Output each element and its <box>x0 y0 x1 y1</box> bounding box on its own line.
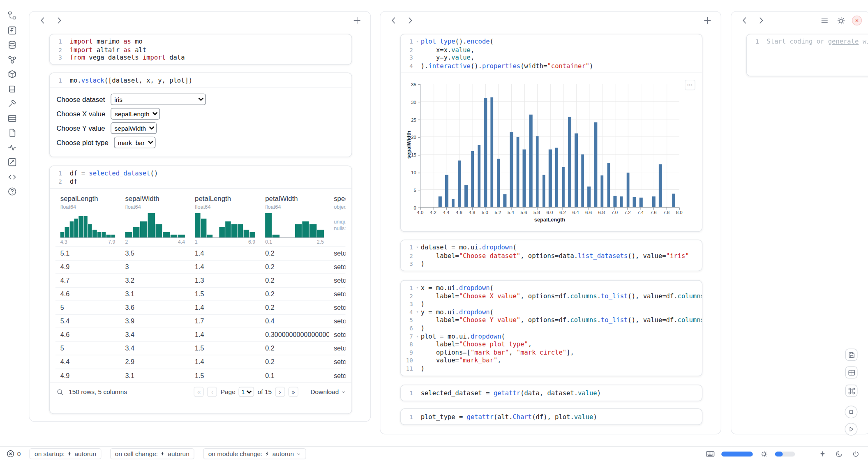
shutdown-icon[interactable] <box>850 448 861 459</box>
x-tick-label: 4.2 <box>430 210 436 215</box>
download-button[interactable]: Download <box>310 389 346 395</box>
fold-toggle-icon[interactable]: ▾ <box>414 332 421 341</box>
sidebar-item-functions[interactable] <box>5 27 18 36</box>
cell-dataset-dropdown[interactable]: 1▾dataset = mo.ui.dropdown(2 label="Choo… <box>400 240 702 271</box>
chevron-right-icon[interactable] <box>756 15 767 26</box>
table-cell: 1.5 <box>190 341 260 355</box>
runtime-chip-on-startup[interactable]: on startup:autorun <box>30 448 101 459</box>
code-editor: 1▾x = mo.ui.dropdown(2 label="Choose X v… <box>401 281 702 376</box>
next-page-button[interactable]: › <box>275 387 285 397</box>
cell-new-empty[interactable]: 1 Start coding or generate with AI. <box>746 34 868 76</box>
chart-plot-area[interactable] <box>420 84 679 207</box>
column-header-species[interactable]: speciesobjectuniquenulls: <box>329 192 345 247</box>
cell-imports[interactable]: 1import marimo as mo2import altair as al… <box>49 34 352 65</box>
save-button[interactable] <box>845 349 858 361</box>
column-header-sepalLength[interactable]: sepalLengthfloat644.37.9 <box>55 192 120 247</box>
column-header-petalWidth[interactable]: petalWidthfloat640.12.5 <box>260 192 329 247</box>
column-header-sepalWidth[interactable]: sepalWidthfloat6424.4 <box>120 192 190 247</box>
editor-placeholder[interactable]: Start coding or generate with AI. <box>767 38 868 46</box>
outline-icon <box>8 114 17 125</box>
page-label: Page <box>221 389 235 395</box>
settings-gear-icon[interactable] <box>836 15 847 26</box>
chart-bar <box>536 136 539 207</box>
code-line: 3 y=y.value, <box>401 54 702 62</box>
chevron-left-icon[interactable] <box>739 15 750 26</box>
sidebar-item-tools[interactable] <box>5 100 18 109</box>
layout-grid-button[interactable] <box>845 366 858 379</box>
choose-dataset-select[interactable]: iris <box>111 94 206 105</box>
chevron-left-icon[interactable] <box>37 15 48 26</box>
sidebar-item-explorer[interactable] <box>5 12 18 21</box>
fold-toggle-icon[interactable]: ▾ <box>414 244 421 252</box>
choose-x-value-select[interactable]: sepalLength <box>111 108 160 120</box>
sidebar-item-outline[interactable] <box>5 115 18 124</box>
column-header-petalLength[interactable]: petalLengthfloat6416.9 <box>190 192 260 247</box>
fold-spacer <box>414 324 421 332</box>
x-tick-label: 7.8 <box>663 210 669 215</box>
add-cell-icon[interactable] <box>351 15 362 26</box>
code-line: 5 label="Choose Y value", options=df.col… <box>401 316 702 325</box>
cell-xy-plot-dropdowns[interactable]: 1▾x = mo.ui.dropdown(2 label="Choose X v… <box>400 280 702 376</box>
x-tick-label: 4.4 <box>443 210 449 215</box>
choose-y-value-select[interactable]: sepalWidth <box>111 122 157 134</box>
fold-toggle-icon[interactable]: ▾ <box>414 308 421 316</box>
chevron-left-icon[interactable] <box>388 15 399 26</box>
sidebar-item-scratchpad[interactable] <box>5 159 18 168</box>
fold-spacer <box>63 177 70 186</box>
chart-bar <box>452 199 455 207</box>
chart-bar <box>581 154 584 207</box>
add-cell-icon[interactable] <box>702 15 713 26</box>
table-cell: setosa <box>329 328 345 341</box>
runtime-chip-on-module-change[interactable]: on module change:autorun <box>203 448 306 459</box>
fold-spacer <box>414 54 421 62</box>
chevron-right-icon[interactable] <box>405 15 416 26</box>
cell-plot-type[interactable]: 1plot_type = getattr(alt.Chart(df), plot… <box>400 408 702 425</box>
choose-plot-type-select[interactable]: mark_bar <box>114 137 155 148</box>
x-tick-label: 5.8 <box>533 210 540 215</box>
fold-toggle-icon[interactable]: ▾ <box>414 284 421 292</box>
first-page-button[interactable]: « <box>194 387 204 397</box>
close-icon[interactable]: × <box>852 16 862 25</box>
line-number: 7 <box>401 332 414 341</box>
cell-dataframe[interactable]: 1df = selected_dataset()2df sepalLengthf… <box>49 166 352 414</box>
runtime-chip-on-cell-change[interactable]: on cell change:autorun <box>110 448 194 459</box>
page-select[interactable]: 1 <box>239 387 254 397</box>
sidebar-item-snippets[interactable] <box>5 173 18 182</box>
code-line: 4).interactive().properties(width="conta… <box>401 62 702 70</box>
last-page-button[interactable]: » <box>289 387 298 397</box>
chart-bar <box>458 160 461 207</box>
cell-plot[interactable]: 1▾plot_type().encode(2 x=x.value,3 y=y.v… <box>400 34 702 232</box>
run-all-button[interactable] <box>845 423 857 436</box>
sidebar-item-help[interactable] <box>5 188 18 197</box>
chevron-right-icon[interactable] <box>54 15 65 26</box>
search-icon[interactable] <box>55 387 65 396</box>
sidebar-item-logs[interactable] <box>5 144 18 153</box>
code-line: 2 label="Choose X value", options=df.col… <box>401 292 702 300</box>
explorer-icon <box>8 11 17 22</box>
chart-actions-icon[interactable]: ••• <box>685 80 695 90</box>
choose-x-value-label: Choose X value <box>56 110 105 118</box>
fold-toggle-icon[interactable]: ▾ <box>414 38 421 46</box>
chart-bar <box>555 148 558 207</box>
sidebar-item-documentation[interactable] <box>5 85 18 95</box>
cell-selected-dataset[interactable]: 1selected_dataset = getattr(data, datase… <box>400 385 702 401</box>
chart-bar <box>471 151 474 207</box>
fold-spacer <box>414 365 421 373</box>
sidebar-item-files[interactable] <box>5 129 18 138</box>
stop-button[interactable] <box>845 406 857 418</box>
keyboard-shortcuts-button[interactable] <box>845 385 858 397</box>
sidebar-item-dependencies[interactable] <box>5 56 18 65</box>
line-number: 9 <box>401 348 414 357</box>
errors-indicator[interactable]: 0 <box>7 450 21 458</box>
cpu-gear-icon[interactable] <box>758 448 769 459</box>
ai-sparkle-icon[interactable] <box>817 448 828 459</box>
prev-page-button[interactable]: ‹ <box>207 387 217 397</box>
cell-vstack[interactable]: 1mo.vstack([dataset, x, y, plot]) Choose… <box>49 72 352 157</box>
sidebar-item-packages[interactable] <box>5 71 18 80</box>
table-row: 5.13.51.40.2setosa <box>55 247 346 260</box>
keyboard-icon[interactable] <box>705 448 716 459</box>
chart-bar <box>542 175 545 207</box>
menu-icon[interactable] <box>819 15 830 26</box>
theme-icon[interactable] <box>833 448 845 459</box>
sidebar-item-data-sources[interactable] <box>5 41 18 51</box>
